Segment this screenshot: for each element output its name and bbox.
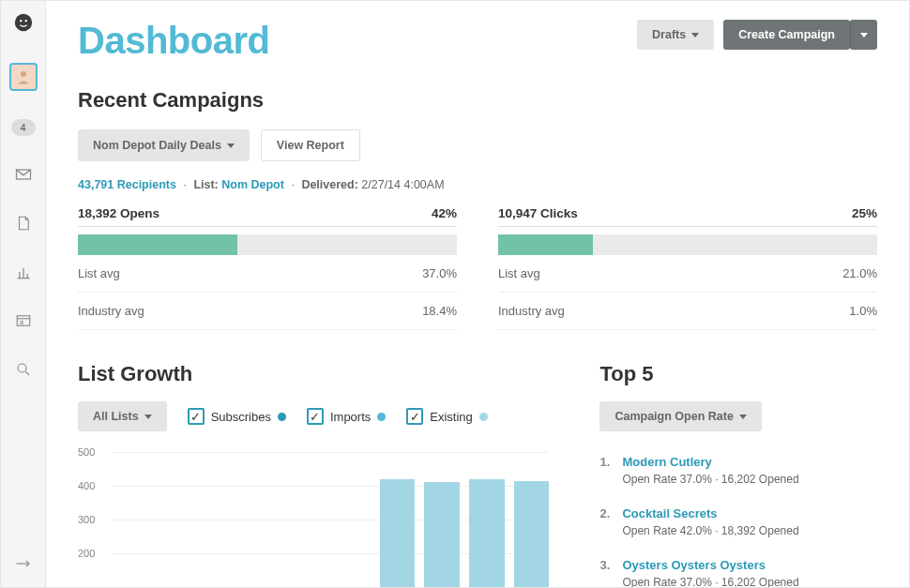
top5-title-link[interactable]: Oysters Oysters Oysters [622, 558, 798, 572]
campaign-select-label: Nom Depot Daily Deals [93, 139, 221, 152]
all-lists-dropdown[interactable]: All Lists [78, 401, 167, 431]
delivered-label: Delivered: [301, 178, 357, 191]
chart-bar [380, 479, 416, 587]
top5-item: 3.Oysters Oysters OystersOpen Rate 37.0%… [599, 548, 877, 587]
opens-list-avg-val: 37.0% [422, 266, 457, 280]
drafts-dropdown[interactable]: Drafts [637, 20, 714, 50]
notification-badge[interactable]: 4 [11, 119, 36, 136]
drafts-label: Drafts [652, 28, 686, 41]
chart-bar [514, 481, 550, 587]
svg-point-3 [21, 71, 26, 77]
clicks-count: 10,947 Clicks [498, 206, 578, 220]
clicks-progress [498, 234, 877, 255]
y-tick-label: 200 [78, 548, 95, 559]
checkbox-checked-icon: ✓ [406, 408, 423, 425]
campaign-meta: 43,791 Recipients · List: Nom Depot · De… [78, 178, 877, 191]
top5-heading: Top 5 [599, 362, 877, 386]
subscribes-checkbox[interactable]: ✓ Subscribes [188, 408, 286, 425]
chart-bars [112, 452, 549, 587]
mail-icon[interactable] [13, 164, 34, 185]
checkbox-checked-icon: ✓ [307, 408, 324, 425]
checkbox-checked-icon: ✓ [188, 408, 205, 425]
expand-arrow-icon[interactable] [13, 553, 34, 574]
opens-progress-fill [78, 234, 237, 255]
main-content: Dashboard Drafts Create Campaign Recent … [46, 1, 909, 587]
create-campaign-dropdown[interactable] [850, 20, 877, 50]
opens-ind-avg-label: Industry avg [78, 304, 144, 318]
svg-point-1 [20, 20, 22, 22]
top5-subtitle: Open Rate 37.0% · 16,202 Opened [622, 473, 798, 486]
chevron-down-icon [227, 143, 235, 148]
create-campaign-button[interactable]: Create Campaign [723, 20, 850, 50]
top5-item: 2.Cocktail SecretsOpen Rate 42.0% · 18,3… [599, 496, 877, 548]
recent-campaigns-heading: Recent Campaigns [78, 88, 877, 113]
chart-bar [424, 482, 460, 587]
top5-title-link[interactable]: Cocktail Secrets [622, 506, 798, 520]
clicks-list-avg-val: 21.0% [842, 266, 877, 280]
clicks-ind-avg-val: 1.0% [849, 304, 877, 318]
top5-title-link[interactable]: Modern Cutlery [622, 455, 798, 469]
clicks-panel: 10,947 Clicks 25% List avg 21.0% Industr… [498, 206, 877, 330]
top5-rank: 3. [599, 558, 613, 587]
search-icon[interactable] [13, 359, 34, 380]
svg-point-2 [24, 20, 26, 22]
top5-subtitle: Open Rate 42.0% · 18,392 Opened [622, 524, 798, 537]
existing-checkbox[interactable]: ✓ Existing [406, 408, 488, 425]
top5-item: 1.Modern CutleryOpen Rate 37.0% · 16,202… [599, 445, 877, 496]
chevron-down-icon [144, 415, 152, 419]
all-lists-label: All Lists [93, 410, 139, 423]
svg-rect-5 [17, 316, 30, 326]
user-avatar[interactable] [9, 63, 38, 91]
legend-dot-imports [377, 413, 386, 421]
opens-ind-avg-val: 18.4% [422, 304, 457, 318]
top5-rank: 2. [599, 506, 613, 537]
opens-list-avg-label: List avg [78, 266, 120, 280]
svg-point-9 [18, 364, 26, 372]
imports-checkbox[interactable]: ✓ Imports [307, 408, 386, 425]
clicks-pct: 25% [852, 206, 877, 220]
top5-rank: 1. [599, 455, 613, 486]
list-growth-heading: List Growth [78, 362, 549, 386]
legend-dot-subscribes [278, 413, 286, 421]
clicks-ind-avg-label: Industry avg [498, 304, 565, 318]
top5-list: 1.Modern CutleryOpen Rate 37.0% · 16,202… [599, 445, 877, 587]
y-tick-label: 400 [78, 480, 95, 491]
subscribes-label: Subscribes [211, 410, 271, 424]
opens-pct: 42% [432, 206, 457, 220]
top5-subtitle: Open Rate 37.0% · 16,202 Opened [622, 576, 798, 587]
clicks-progress-fill [498, 234, 593, 255]
list-label: List: [193, 178, 218, 191]
legend-dot-existing [479, 413, 488, 421]
page-title: Dashboard [78, 20, 269, 62]
mailchimp-logo[interactable] [11, 10, 36, 35]
delivered-value: 2/27/14 4:00AM [361, 178, 444, 191]
sidebar: 4 [1, 1, 46, 587]
campaign-select-dropdown[interactable]: Nom Depot Daily Deals [78, 129, 250, 161]
clicks-list-avg-label: List avg [498, 266, 540, 280]
top5-filter-dropdown[interactable]: Campaign Open Rate [599, 401, 761, 431]
view-report-button[interactable]: View Report [261, 129, 360, 161]
chevron-down-icon [860, 33, 868, 38]
svg-point-0 [14, 14, 31, 31]
chart-icon[interactable] [13, 262, 34, 282]
chevron-down-icon [739, 415, 747, 419]
chart-bar [469, 479, 505, 587]
newspaper-icon[interactable] [13, 310, 34, 331]
y-tick-label: 300 [78, 514, 95, 525]
svg-line-10 [25, 371, 29, 375]
chevron-down-icon [691, 33, 699, 38]
opens-panel: 18,392 Opens 42% List avg 37.0% Industry… [78, 206, 457, 330]
recipients-link[interactable]: 43,791 Recipients [78, 178, 176, 191]
list-growth-chart: 500400300200 [78, 452, 549, 587]
document-icon[interactable] [13, 213, 34, 234]
imports-label: Imports [330, 410, 371, 424]
y-tick-label: 500 [78, 446, 95, 458]
opens-count: 18,392 Opens [78, 206, 159, 220]
opens-progress [78, 234, 457, 255]
existing-label: Existing [430, 410, 473, 424]
top5-filter-label: Campaign Open Rate [614, 410, 733, 423]
list-name-link[interactable]: Nom Depot [221, 178, 284, 191]
